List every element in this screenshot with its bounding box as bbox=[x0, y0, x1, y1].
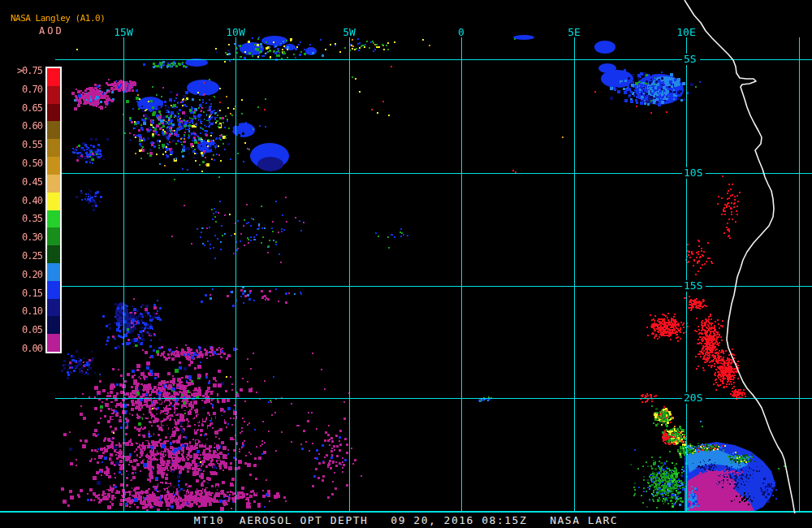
legend-label: 0.55 bbox=[0, 139, 42, 150]
lat-label-20S: 20S bbox=[682, 392, 706, 404]
page-title: NASA Langley (A1.0) bbox=[11, 13, 105, 24]
lon-label-10W: 10W bbox=[226, 27, 244, 37]
legend-label: 0.05 bbox=[0, 324, 42, 335]
legend-label: 0.70 bbox=[0, 84, 42, 95]
lat-label-5S: 5S bbox=[682, 54, 700, 65]
legend-swatch bbox=[47, 316, 60, 334]
legend-swatch bbox=[47, 227, 60, 245]
legend-swatch bbox=[47, 157, 60, 175]
legend-swatch bbox=[47, 121, 60, 139]
legend-label: 0.00 bbox=[0, 343, 42, 354]
lat-label-10S: 10S bbox=[682, 167, 706, 179]
legend-label: 0.25 bbox=[0, 250, 42, 262]
lat-label-15S: 15S bbox=[682, 280, 706, 292]
legend-swatch bbox=[47, 334, 60, 352]
legend-swatch bbox=[47, 104, 60, 122]
legend-label: 0.30 bbox=[0, 232, 42, 243]
legend-label: 0.10 bbox=[0, 305, 42, 317]
legend-swatch bbox=[47, 281, 60, 299]
lon-label-0: 0 bbox=[458, 27, 464, 37]
legend-swatch bbox=[47, 68, 60, 86]
legend-swatch bbox=[47, 245, 60, 263]
lon-label-15W: 15W bbox=[114, 27, 132, 37]
legend-colorbar bbox=[45, 67, 62, 353]
legend-swatch bbox=[47, 299, 60, 317]
legend-label: 0.40 bbox=[0, 195, 42, 206]
map-canvas bbox=[0, 0, 812, 528]
legend-swatch bbox=[47, 86, 60, 104]
lon-label-5W: 5W bbox=[343, 27, 356, 37]
legend-label: 0.45 bbox=[0, 176, 42, 188]
legend-swatch bbox=[47, 210, 60, 228]
lon-label-10E: 10E bbox=[676, 27, 695, 37]
aod-map-window: NASA Langley (A1.0) AOD >0.750.700.650.6… bbox=[0, 0, 812, 528]
legend-label: 0.20 bbox=[0, 269, 42, 280]
legend-label: 0.50 bbox=[0, 158, 42, 169]
legend-label: 0.15 bbox=[0, 288, 42, 299]
footer-bar: MT10 AEROSOL OPT DEPTH 09 20, 2016 08:15… bbox=[0, 513, 812, 528]
legend-label: 0.60 bbox=[0, 120, 42, 132]
legend-swatch bbox=[47, 193, 60, 210]
legend-swatch bbox=[47, 263, 60, 281]
legend-swatch bbox=[47, 175, 60, 193]
legend-title: AOD bbox=[39, 25, 64, 37]
legend-label: 0.65 bbox=[0, 102, 42, 114]
lon-label-5E: 5E bbox=[568, 27, 581, 37]
legend-label: 0.35 bbox=[0, 213, 42, 224]
caption: MT10 AEROSOL OPT DEPTH 09 20, 2016 08:15… bbox=[0, 513, 812, 527]
legend-swatch bbox=[47, 139, 60, 157]
legend-label: >0.75 bbox=[0, 65, 42, 76]
